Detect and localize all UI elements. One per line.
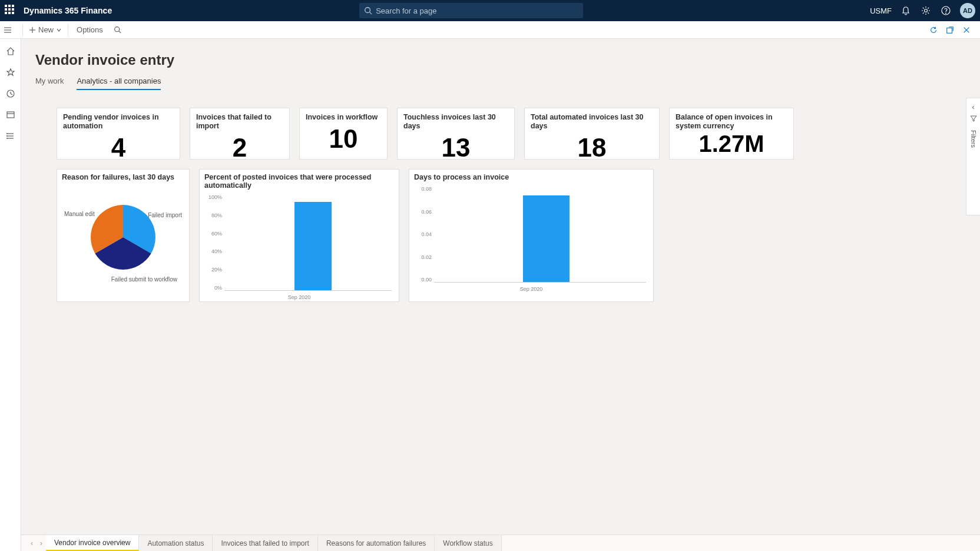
report-tab[interactable]: Invoices that failed to import (213, 535, 317, 551)
kpi-title: Pending vendor invoices in automation (63, 113, 174, 131)
page-tabs: My work Analytics - all companies (21, 68, 980, 90)
pie-label-manual-edit: Manual edit (64, 211, 95, 217)
app-title: Dynamics 365 Finance (24, 6, 112, 15)
page-title: Vendor invoice entry (21, 39, 980, 68)
kpi-value: 10 (306, 124, 381, 154)
kpi-card[interactable]: Touchless invoices last 30 days 13 (397, 108, 515, 160)
close-icon[interactable] (961, 25, 972, 35)
filters-panel-toggle[interactable]: ‹ Filters (966, 98, 980, 215)
kpi-card[interactable]: Pending vendor invoices in automation 4 (57, 108, 180, 160)
svg-line-1 (370, 12, 372, 15)
refresh-icon[interactable] (928, 25, 939, 35)
report-tab[interactable]: Automation status (139, 535, 213, 551)
svg-point-22 (6, 136, 7, 137)
search-placeholder: Search for a page (376, 6, 436, 15)
hamburger-icon[interactable] (4, 26, 20, 34)
svg-point-4 (946, 13, 946, 14)
tab-analytics[interactable]: Analytics - all companies (77, 77, 161, 90)
bar (294, 202, 331, 290)
svg-line-11 (119, 31, 121, 33)
tab-my-work[interactable]: My work (35, 77, 64, 90)
filters-label: Filters (970, 130, 977, 148)
tab-nav-next[interactable]: › (37, 535, 46, 551)
chart-title: Days to process an invoice (414, 173, 648, 181)
divider (68, 24, 68, 36)
kpi-title: Total automated invoices last 30 days (531, 113, 653, 131)
left-nav-rail (0, 39, 21, 551)
kpi-value: 1.27M (676, 131, 787, 157)
popout-icon[interactable] (945, 25, 955, 35)
svg-point-21 (6, 134, 7, 134)
command-bar: New Options (0, 21, 980, 39)
clock-icon[interactable] (5, 88, 16, 99)
pie-chart-card[interactable]: Reason for failures, last 30 days Manual… (57, 169, 190, 302)
y-axis-ticks: 100% 80% 60% 40% 20% 0% (204, 194, 222, 291)
kpi-card[interactable]: Invoices in workflow 10 (299, 108, 388, 160)
svg-rect-12 (947, 28, 952, 33)
kpi-row: Pending vendor invoices in automation 4 … (21, 90, 980, 160)
bell-icon[interactable] (900, 5, 912, 16)
kpi-value: 18 (531, 133, 653, 162)
pie-chart (91, 205, 155, 270)
kpi-value: 2 (196, 133, 283, 162)
options-button[interactable]: Options (71, 25, 109, 34)
chevron-down-icon (56, 27, 62, 33)
report-tabs: ‹ › Vendor invoice overview Automation s… (21, 535, 980, 551)
app-launcher-icon[interactable] (5, 5, 16, 16)
kpi-card[interactable]: Invoices that failed to import 2 (190, 108, 290, 160)
svg-point-23 (6, 138, 7, 139)
y-axis-ticks: 0.08 0.06 0.04 0.02 0.00 (414, 186, 432, 283)
star-icon[interactable] (5, 67, 16, 78)
search-icon (364, 6, 372, 15)
bar (523, 195, 570, 282)
kpi-title: Touchless invoices last 30 days (403, 113, 508, 131)
svg-rect-16 (7, 112, 14, 118)
main-content: Vendor invoice entry My work Analytics -… (21, 39, 980, 551)
bar-chart-days[interactable]: Days to process an invoice 0.08 0.06 0.0… (409, 169, 654, 302)
kpi-card[interactable]: Total automated invoices last 30 days 18 (524, 108, 660, 160)
chart-title: Percent of posted invoices that were pro… (204, 173, 394, 190)
gear-icon[interactable] (920, 5, 932, 16)
svg-point-2 (925, 9, 928, 12)
help-icon[interactable] (940, 5, 952, 16)
tab-nav-prev[interactable]: ‹ (27, 535, 37, 551)
filter-funnel-icon (970, 115, 977, 122)
workspace-icon[interactable] (5, 109, 16, 120)
pie-label-failed-submit: Failed submit to workflow (111, 276, 177, 283)
bar-chart-percent[interactable]: Percent of posted invoices that were pro… (199, 169, 399, 302)
new-button-label: New (38, 25, 54, 34)
kpi-value: 4 (63, 133, 174, 162)
kpi-title: Invoices that failed to import (196, 113, 283, 131)
charts-row: Reason for failures, last 30 days Manual… (21, 160, 980, 302)
x-axis-label: Sep 2020 (204, 294, 394, 300)
svg-point-0 (365, 8, 370, 13)
divider (22, 24, 23, 36)
modules-icon[interactable] (5, 131, 16, 141)
kpi-value: 13 (403, 133, 508, 162)
chevron-left-icon: ‹ (972, 103, 975, 111)
top-navbar: Dynamics 365 Finance Search for a page U… (0, 0, 980, 21)
company-picker[interactable]: USMF (870, 6, 892, 15)
search-button[interactable] (109, 26, 126, 34)
report-tab[interactable]: Workflow status (435, 535, 501, 551)
global-search[interactable]: Search for a page (359, 3, 583, 18)
kpi-title: Balance of open invoices in system curre… (676, 113, 787, 131)
user-avatar[interactable]: AD (960, 3, 975, 18)
kpi-card[interactable]: Balance of open invoices in system curre… (669, 108, 794, 160)
report-tab[interactable]: Reasons for automation failures (318, 535, 435, 551)
new-button[interactable]: New (25, 25, 65, 34)
chart-title: Reason for failures, last 30 days (62, 173, 184, 181)
report-tab[interactable]: Vendor invoice overview (46, 535, 139, 551)
x-axis-label: Sep 2020 (414, 286, 648, 292)
kpi-title: Invoices in workflow (306, 113, 381, 122)
home-icon[interactable] (5, 46, 16, 57)
svg-point-10 (114, 27, 119, 32)
